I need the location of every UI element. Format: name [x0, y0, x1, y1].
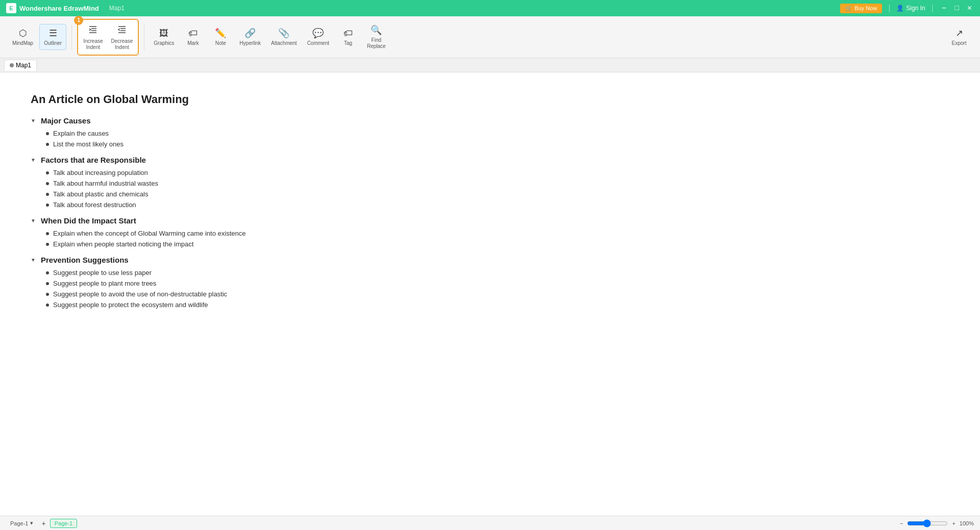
item-text: Explain when people started noticing the…	[53, 240, 193, 248]
page-dropdown-icon: ▾	[30, 520, 33, 526]
item-text: Suggest people to avoid the use of non-d…	[53, 290, 227, 298]
section-items-4: Suggest people to use less paper Suggest…	[31, 267, 490, 310]
page-tab-active[interactable]: Page-1	[50, 519, 77, 528]
bullet-icon	[46, 271, 49, 274]
maximize-button[interactable]: □	[952, 4, 961, 13]
document-title: An Article on Global Warming	[31, 93, 490, 106]
list-item: Explain when people started noticing the…	[46, 239, 490, 249]
section-title-3: When Did the Impact Start	[41, 216, 136, 225]
outliner-content: An Article on Global Warming ▼ Major Cau…	[31, 93, 490, 310]
attachment-button[interactable]: 📎 Attachment	[267, 24, 301, 49]
close-button[interactable]: ×	[965, 4, 974, 13]
item-text: Suggest people to protect the ecosystem …	[53, 301, 208, 309]
list-item: Explain when the concept of Global Warmi…	[46, 228, 490, 239]
graphics-icon: 🖼	[159, 28, 168, 39]
section-title-1: Major Causes	[41, 116, 91, 125]
note-button[interactable]: ✏️ Note	[208, 24, 233, 49]
export-label: Export	[952, 40, 967, 46]
bullet-icon	[46, 132, 49, 135]
item-text: Talk about increasing population	[53, 169, 148, 176]
tag-button[interactable]: 🏷 Tag	[335, 25, 361, 49]
list-item: Talk about harmful industrial wastes	[46, 178, 490, 189]
attachment-icon: 📎	[278, 28, 289, 39]
find-replace-label: Find Replace	[367, 37, 386, 49]
zoom-out-button[interactable]: −	[900, 520, 903, 526]
list-item: Talk about plastic and chemicals	[46, 189, 490, 199]
section-header-factors[interactable]: ▼ Factors that are Responsible	[31, 156, 490, 164]
bullet-icon	[46, 282, 49, 285]
find-replace-button[interactable]: 🔍 Find Replace	[363, 21, 390, 53]
collapse-arrow-1: ▼	[31, 118, 37, 123]
page-label: Page-1	[10, 520, 28, 526]
mindmap-button[interactable]: ⬡ MindMap	[8, 24, 37, 49]
hyperlink-label: Hyperlink	[239, 40, 261, 46]
item-text: List the most likely ones	[53, 140, 124, 148]
user-icon: 👤	[896, 5, 904, 12]
section-header-prevention[interactable]: ▼ Prevention Suggestions	[31, 256, 490, 264]
item-text: Explain the causes	[53, 130, 109, 137]
buy-now-icon: 🛒	[845, 5, 852, 12]
zoom-in-button[interactable]: +	[952, 520, 955, 526]
app-logo-icon: E	[6, 3, 16, 13]
toolbar-sep-1	[71, 24, 72, 50]
hyperlink-icon: 🔗	[244, 28, 256, 39]
bullet-icon	[46, 182, 49, 185]
section-title-2: Factors that are Responsible	[41, 156, 146, 164]
graphics-label: Graphics	[154, 40, 174, 46]
tag-label: Tag	[344, 40, 352, 46]
sign-in-label: Sign In	[906, 5, 925, 12]
mindmap-label: MindMap	[12, 40, 33, 46]
list-item: Suggest people to use less paper	[46, 267, 490, 278]
increase-indent-button[interactable]: Increase Indent	[79, 21, 107, 54]
minimize-button[interactable]: −	[940, 4, 948, 13]
bullet-icon	[46, 143, 49, 146]
section-major-causes: ▼ Major Causes Explain the causes List t…	[31, 116, 490, 149]
section-factors-responsible: ▼ Factors that are Responsible Talk abou…	[31, 156, 490, 210]
section-prevention-suggestions: ▼ Prevention Suggestions Suggest people …	[31, 256, 490, 310]
item-text: Talk about harmful industrial wastes	[53, 180, 158, 187]
titlebar: E Wondershare EdrawMind Map1 🛒 Buy Now |…	[0, 0, 980, 16]
find-replace-icon: 🔍	[371, 24, 382, 36]
tab-map1[interactable]: Map1	[4, 60, 37, 71]
app-name: Wondershare EdrawMind	[19, 5, 99, 12]
decrease-indent-button[interactable]: Decrease Indent	[107, 21, 137, 54]
buy-now-label: Buy Now	[854, 5, 877, 11]
page-selector[interactable]: Page-1 ▾	[6, 519, 37, 527]
section-header-major-causes[interactable]: ▼ Major Causes	[31, 116, 490, 125]
add-page-button[interactable]: +	[41, 519, 45, 527]
hyperlink-button[interactable]: 🔗 Hyperlink	[235, 24, 265, 49]
outliner-button[interactable]: ☰ Outliner	[39, 24, 66, 50]
zoom-slider[interactable]	[907, 519, 948, 527]
list-item: Talk about increasing population	[46, 167, 490, 178]
buy-now-button[interactable]: 🛒 Buy Now	[840, 4, 882, 13]
list-item: Suggest people to avoid the use of non-d…	[46, 289, 490, 299]
view-mode-group: ⬡ MindMap ☰ Outliner	[8, 24, 66, 50]
export-button[interactable]: ↗ Export	[946, 24, 972, 49]
section-items-2: Talk about increasing population Talk ab…	[31, 167, 490, 210]
bullet-icon	[46, 293, 49, 296]
graphics-button[interactable]: 🖼 Graphics	[150, 25, 178, 49]
section-when-impact-start: ▼ When Did the Impact Start Explain when…	[31, 216, 490, 249]
mindmap-icon: ⬡	[19, 28, 27, 39]
sign-in-button[interactable]: 👤 Sign In	[896, 5, 925, 12]
section-items-3: Explain when the concept of Global Warmi…	[31, 228, 490, 249]
window-controls: − □ ×	[940, 4, 974, 13]
main-content: An Article on Global Warming ▼ Major Cau…	[0, 72, 980, 516]
attachment-label: Attachment	[271, 40, 297, 46]
item-text: Talk about plastic and chemicals	[53, 190, 148, 198]
comment-button[interactable]: 💬 Comment	[303, 24, 333, 49]
decrease-indent-icon	[117, 24, 127, 37]
mark-label: Mark	[187, 40, 199, 46]
list-item: Suggest people to protect the ecosystem …	[46, 299, 490, 310]
increase-indent-label: Increase Indent	[83, 38, 103, 51]
outliner-label: Outliner	[44, 40, 62, 46]
tab-title-bar: Map1	[109, 5, 125, 12]
section-header-when[interactable]: ▼ When Did the Impact Start	[31, 216, 490, 225]
titlebar-divider: |	[888, 4, 890, 13]
toolbar-sep-2	[144, 24, 144, 50]
section-title-4: Prevention Suggestions	[41, 256, 129, 264]
comment-icon: 💬	[312, 28, 324, 39]
indent-group: 1 Increase Indent	[77, 19, 139, 56]
mark-button[interactable]: 🏷 Mark	[180, 25, 206, 49]
note-icon: ✏️	[215, 28, 226, 39]
